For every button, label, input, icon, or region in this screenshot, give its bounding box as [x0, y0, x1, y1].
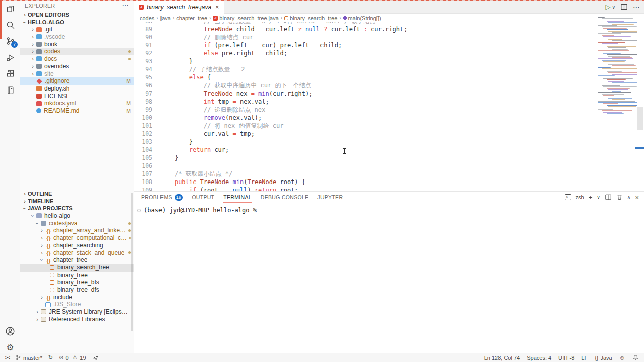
chevron-right-icon[interactable]: ›: [30, 26, 36, 33]
tree-item-ds-store[interactable]: .DS_Store: [20, 301, 134, 308]
chevron-down-icon[interactable]: ›: [34, 220, 41, 226]
chevron-right-icon[interactable]: ›: [39, 294, 45, 301]
new-terminal-icon[interactable]: +: [589, 194, 593, 201]
chevron-right-icon[interactable]: ›: [39, 234, 45, 242]
code-editor[interactable]: 88 // 当子结点数量 = 0 / 1 时, child = null / 该…: [134, 22, 644, 191]
code-line-102[interactable]: 102 cur.val = tmp;: [134, 130, 644, 138]
split-editor-icon[interactable]: [620, 3, 628, 11]
panel-tab-jupyter[interactable]: JUPYTER: [317, 192, 343, 203]
sync-button[interactable]: ↻: [48, 354, 53, 361]
panel-tab-problems[interactable]: PROBLEMS19: [141, 192, 183, 203]
chevron-down-icon[interactable]: ›: [29, 213, 37, 219]
notebook-icon[interactable]: [0, 82, 20, 98]
code-line-105[interactable]: 105 }: [134, 154, 644, 162]
terminal-dropdown-icon[interactable]: ∨: [597, 195, 600, 200]
run-button[interactable]: ▷: [605, 3, 610, 11]
code-line-100[interactable]: 100 remove(nex.val);: [134, 114, 644, 122]
breadcrumb-item-codes[interactable]: codes: [140, 15, 154, 21]
chevron-down-icon[interactable]: ›: [38, 257, 46, 263]
tree-item-codes[interactable]: ›codes: [20, 48, 134, 55]
explorer-icon[interactable]: [0, 1, 20, 16]
shell-label[interactable]: zsh: [576, 194, 584, 200]
encoding[interactable]: UTF-8: [558, 355, 574, 361]
chevron-right-icon[interactable]: ›: [22, 198, 28, 205]
code-line-108[interactable]: 108 public TreeNode min(TreeNode root) {: [134, 178, 644, 186]
settings-gear-icon[interactable]: ⚙: [0, 340, 20, 355]
breadcrumb-item-chapter-tree[interactable]: chapter_tree: [176, 15, 207, 21]
panel-tab-output[interactable]: OUTPUT: [192, 192, 214, 203]
tree-item-deploy-sh[interactable]: deploy.sh: [20, 85, 134, 93]
code-line-101[interactable]: 101 // 将 nex 的值复制给 cur: [134, 122, 644, 130]
split-terminal-icon[interactable]: [605, 194, 612, 201]
minimap[interactable]: [598, 17, 637, 119]
code-line-98[interactable]: 98 int tmp = nex.val;: [134, 98, 644, 106]
chevron-down-icon[interactable]: ›: [21, 206, 29, 212]
feedback-smiley-icon[interactable]: ☺: [619, 354, 625, 361]
tree-item-hello-algo[interactable]: ›hello-algo: [20, 212, 134, 220]
editor-more-icon[interactable]: ⋯: [633, 3, 640, 11]
chevron-right-icon[interactable]: ›: [30, 33, 36, 41]
panel-tab-debug-console[interactable]: DEBUG CONSOLE: [261, 192, 309, 203]
breadcrumb-item-binary-search-tree[interactable]: binary_search_tree: [284, 15, 337, 21]
chevron-right-icon[interactable]: ›: [22, 11, 28, 19]
cursor-position[interactable]: Ln 128, Col 74: [484, 355, 520, 361]
tree-item-book[interactable]: ›book: [20, 41, 134, 48]
chevron-right-icon[interactable]: ›: [34, 308, 40, 316]
chevron-right-icon[interactable]: ›: [30, 41, 36, 48]
chevron-right-icon[interactable]: ›: [34, 316, 40, 323]
close-panel-icon[interactable]: ×: [635, 194, 639, 201]
kill-terminal-icon[interactable]: [616, 194, 623, 201]
section-hello-algo[interactable]: ›HELLO-ALGO: [20, 19, 134, 26]
tree-item-readme-md[interactable]: README.mdM: [20, 107, 134, 115]
tree-item-git[interactable]: ›.git: [20, 26, 134, 33]
tree-item-chapter-computational-complexity[interactable]: ›{}chapter_computational_complexity: [20, 234, 134, 242]
chevron-right-icon[interactable]: ›: [22, 190, 28, 198]
extensions-icon[interactable]: [0, 66, 20, 81]
editor-scrollbar[interactable]: [637, 107, 643, 130]
terminal-content[interactable]: (base) jyd@JYD-MBP hello-algo %: [137, 207, 257, 214]
source-control-icon[interactable]: 7: [0, 33, 20, 48]
tab-binary-search-tree[interactable]: J binary_search_tree.java ×: [134, 0, 224, 14]
chevron-right-icon[interactable]: ›: [30, 48, 36, 55]
tree-item-chapter-stack-and-queue[interactable]: ›{}chapter_stack_and_queue: [20, 249, 134, 257]
explorer-more-icon[interactable]: ⋯: [122, 0, 129, 11]
code-line-89[interactable]: 89 TreeNode child = cur.left ≠ null ? cu…: [134, 25, 644, 33]
maximize-panel-icon[interactable]: ∧: [627, 195, 631, 200]
chevron-down-icon[interactable]: ›: [21, 19, 29, 25]
tree-item-binary-search-tree[interactable]: binary_search_tree: [20, 264, 134, 272]
breadcrumb-item-java[interactable]: java: [160, 15, 171, 21]
code-line-107[interactable]: 107 /* 获取最小结点 */: [134, 170, 644, 178]
code-line-94[interactable]: 94 // 子结点数量 = 2: [134, 65, 644, 73]
tree-item-chapter-array-and-linkedlist[interactable]: ›{}chapter_array_and_linkedlist: [20, 227, 134, 234]
code-line-95[interactable]: 95 else {: [134, 73, 644, 81]
remote-indicator[interactable]: ><: [5, 355, 9, 360]
tab-close-icon[interactable]: ×: [215, 3, 219, 11]
chevron-right-icon[interactable]: ›: [30, 70, 36, 78]
tree-item-binary-tree[interactable]: binary_tree: [20, 272, 134, 279]
chevron-right-icon[interactable]: ›: [39, 227, 45, 234]
tree-item-overrides[interactable]: ›overrides: [20, 63, 134, 70]
tree-item-codes-java[interactable]: ›codes/java: [20, 220, 134, 227]
run-debug-icon[interactable]: [0, 50, 20, 65]
code-line-99[interactable]: 99 // 递归删除结点 nex: [134, 106, 644, 114]
tree-item-jre-system-library-eclipse-temurin-17-17[interactable]: ›JRE System Library [Eclipse Temurin 17 …: [20, 308, 134, 316]
publish-icon[interactable]: [92, 354, 99, 361]
tree-item-license[interactable]: LICENSE: [20, 93, 134, 100]
tree-item-mkdocs-yml[interactable]: mkdocs.ymlM: [20, 100, 134, 107]
section-open-editors[interactable]: ›OPEN EDITORS: [20, 11, 134, 19]
chevron-right-icon[interactable]: ›: [30, 63, 36, 70]
tree-item-docs[interactable]: ›docs: [20, 55, 134, 63]
code-line-92[interactable]: 92 else pre.right = child;: [134, 49, 644, 57]
tree-item-site[interactable]: ›site: [20, 70, 134, 78]
notifications-bell-icon[interactable]: [632, 354, 639, 361]
code-line-104[interactable]: 104 return cur;: [134, 146, 644, 154]
breadcrumb-item-binary-search-tree-java[interactable]: Jbinary_search_tree.java: [213, 15, 278, 21]
problems-summary[interactable]: ⊘0 ⚠19: [59, 354, 86, 361]
account-icon[interactable]: [0, 324, 20, 339]
chevron-right-icon[interactable]: ›: [39, 242, 45, 249]
tree-item-referenced-libraries[interactable]: ›Referenced Libraries: [20, 316, 134, 323]
sidebar-scrollbar[interactable]: [131, 193, 133, 331]
tree-item-include[interactable]: ›{}include: [20, 294, 134, 301]
section-outline[interactable]: ›OUTLINE: [20, 190, 134, 198]
code-line-106[interactable]: 106: [134, 162, 644, 170]
